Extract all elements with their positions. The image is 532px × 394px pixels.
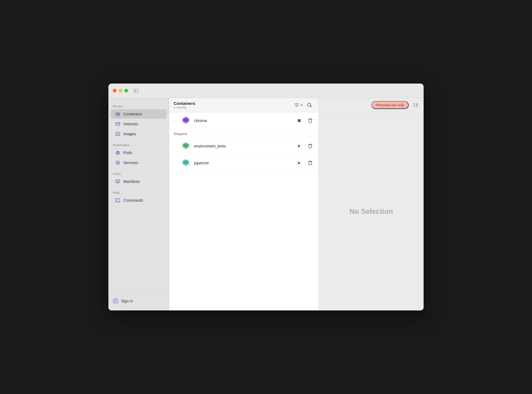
images-label: Images	[123, 132, 136, 136]
no-selection-panel: No Selection	[350, 112, 393, 310]
container-icon-chroma	[181, 116, 191, 126]
sidebar-item-containers[interactable]: Containers	[111, 109, 167, 119]
container-actions-environment-tests	[295, 142, 314, 150]
page-title: Containers	[174, 101, 294, 106]
machines-label: Machines	[123, 179, 140, 184]
kubernetes-section-label: Kubernetes	[108, 141, 169, 148]
svg-rect-6	[116, 115, 120, 116]
pods-icon	[115, 150, 121, 155]
docker-section-label: Docker	[108, 102, 169, 109]
svg-marker-42	[298, 145, 301, 147]
close-button[interactable]	[113, 89, 116, 92]
right-panel: Personal use only No Selection	[319, 98, 424, 310]
no-selection-text: No Selection	[350, 207, 393, 216]
svg-rect-8	[116, 132, 120, 136]
header-actions	[294, 101, 314, 110]
traffic-lights	[113, 89, 128, 92]
title-block: Containers 1 running	[174, 101, 294, 109]
services-label: Services	[123, 160, 138, 165]
delete-button-environment-tests[interactable]	[306, 142, 314, 150]
pods-label: Pods	[123, 151, 132, 155]
svg-rect-22	[116, 180, 119, 182]
help-section-label: Help	[108, 189, 169, 195]
delete-button-pgvector[interactable]	[306, 159, 314, 167]
svg-point-29	[115, 300, 116, 301]
app-window: Docker Containers	[108, 84, 424, 310]
containers-list: › chroma	[169, 112, 319, 310]
container-actions-chroma	[295, 117, 314, 125]
svg-rect-1	[136, 89, 139, 90]
svg-rect-10	[118, 133, 119, 135]
svg-rect-2	[136, 90, 139, 91]
window-body: Docker Containers	[108, 98, 424, 310]
svg-marker-46	[298, 162, 301, 164]
stopped-section-label: Stopped	[169, 129, 319, 138]
commands-icon	[115, 198, 121, 203]
container-name-chroma: chroma	[194, 118, 292, 123]
svg-rect-3	[136, 92, 139, 93]
svg-rect-49	[413, 105, 415, 105]
container-icon-environment-tests	[181, 141, 191, 151]
search-button[interactable]	[305, 101, 314, 110]
containers-icon	[115, 111, 121, 117]
chevron-icon: ›	[174, 161, 178, 165]
svg-rect-50	[413, 106, 415, 107]
container-row-chroma[interactable]: › chroma	[169, 112, 319, 129]
svg-point-28	[113, 299, 118, 304]
svg-line-34	[311, 106, 312, 107]
services-icon	[115, 160, 121, 165]
svg-point-7	[116, 122, 120, 124]
running-count: 1 running	[174, 106, 294, 109]
sidebar-item-commands[interactable]: Commands	[111, 196, 167, 205]
stop-button-chroma[interactable]	[295, 117, 303, 125]
svg-rect-5	[116, 114, 120, 115]
start-button-pgvector[interactable]	[295, 159, 303, 167]
sidebar-item-pods[interactable]: Pods	[111, 148, 167, 157]
content-header: Containers 1 running	[169, 98, 319, 112]
container-name-environment-tests: environment_tests	[194, 144, 292, 148]
svg-rect-0	[134, 89, 136, 93]
svg-rect-4	[116, 113, 120, 114]
sidebar-toggle-button[interactable]	[132, 88, 140, 94]
container-row-pgvector[interactable]: › pgvector	[169, 155, 319, 172]
minimize-button[interactable]	[119, 89, 122, 92]
svg-rect-47	[416, 103, 418, 107]
sign-in-label: Sign In	[121, 299, 133, 303]
filter-button[interactable]	[294, 101, 303, 110]
titlebar	[108, 84, 424, 98]
linux-section-label: Linux	[108, 170, 169, 177]
svg-rect-9	[117, 133, 118, 135]
commands-label: Commands	[123, 198, 143, 203]
sign-in-icon	[113, 298, 118, 304]
container-name-pgvector: pgvector	[194, 161, 292, 165]
panel-toggle-button[interactable]	[411, 101, 419, 109]
svg-point-16	[117, 162, 118, 163]
main-content: Containers 1 running	[169, 98, 319, 310]
right-panel-header: Personal use only	[319, 98, 424, 112]
sidebar-item-volumes[interactable]: Volumes	[111, 119, 167, 129]
sign-in-button[interactable]: Sign In	[108, 296, 169, 306]
volumes-icon	[115, 121, 121, 127]
container-actions-pgvector	[295, 159, 314, 167]
sidebar-item-machines[interactable]: Machines	[111, 177, 167, 186]
containers-label: Containers	[123, 112, 142, 116]
sidebar-bottom: Sign In	[108, 292, 169, 306]
chevron-icon: ›	[174, 144, 178, 148]
maximize-button[interactable]	[124, 89, 128, 92]
container-row-environment-tests[interactable]: › environment_tests	[169, 138, 319, 155]
images-icon	[115, 131, 121, 137]
delete-button-chroma[interactable]	[306, 117, 314, 125]
svg-rect-38	[298, 119, 301, 122]
sidebar-item-images[interactable]: Images	[111, 129, 167, 139]
personal-use-badge[interactable]: Personal use only	[371, 101, 409, 109]
chevron-icon: ›	[174, 119, 178, 123]
container-icon-pgvector	[181, 158, 191, 168]
sidebar-item-services[interactable]: Services	[111, 158, 167, 167]
start-button-environment-tests[interactable]	[295, 142, 303, 150]
sidebar: Docker Containers	[108, 98, 169, 310]
machines-icon	[115, 179, 121, 184]
volumes-label: Volumes	[123, 122, 138, 126]
svg-rect-48	[413, 103, 415, 104]
